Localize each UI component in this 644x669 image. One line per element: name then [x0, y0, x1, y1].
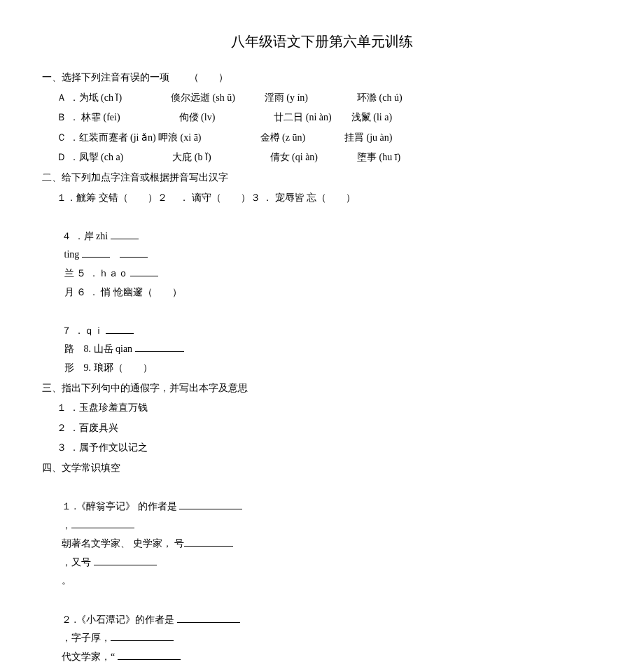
q3-item3: ３ ．属予作文以记之 [42, 439, 602, 458]
blank [135, 341, 184, 352]
blank [130, 266, 158, 276]
q2-line4: ４ ．岸 zhi ting 兰 ５ ．ｈａｏ 月 ６ ． 悄 怆幽邃（ ） [42, 209, 602, 302]
q3-heading: 三、指出下列句中的通假字，并写出本字及意思 [42, 379, 602, 398]
q4-l1a: １ .《醉翁亭记》 的作者是 [62, 501, 179, 512]
q1-opt-b: Ｂ ． 林霏 (fei) 佝偻 (lv) 廿二日 (ni àn) 浅鬣 (li … [42, 108, 602, 127]
q4-l1e: 。 [62, 575, 71, 586]
q4-l2a: ２ .《小石潭记》的作者是 [62, 614, 177, 625]
blank [71, 518, 134, 528]
q2-l4c: 兰 ５ ．ｈａｏ [62, 268, 130, 279]
page-title: 八年级语文下册第六单元训练 [42, 28, 602, 55]
q1-opt-c: Ｃ ．红装而蹇者 (ji ǎn) 呷浪 (xi ā) 金樽 (z ūn) 挂罥 … [42, 129, 602, 148]
blank [120, 247, 148, 258]
blank [111, 631, 174, 641]
q2-l7b: 路 8. 山岳 qian [62, 344, 135, 354]
q3-item2: ２ ．百废具兴 [42, 419, 602, 438]
q2-heading: 二、给下列加点字注音或根据拼音写出汉字 [42, 169, 602, 188]
blank [111, 229, 139, 239]
blank [118, 649, 181, 660]
q2-line7: ７ ．ｑｉ 路 8. 山岳 qian 形 9. 琅琊（ ） [42, 303, 602, 377]
q1-heading: 一、选择下列注音有误的一项 （ ） [42, 69, 602, 87]
q1-opt-a: Ａ ．为坻 (ch ǐ) 倏尔远逝 (sh ū) 淫雨 (y ín) 环滁 (c… [42, 89, 602, 108]
q2-l7c: 形 9. 琅琊（ ） [62, 362, 153, 373]
q4-line1: １ .《醉翁亭记》 的作者是 ， 朝著名文学家、 史学家， 号 ，又号 。 [42, 479, 602, 591]
q4-l2b: ，字子厚， [62, 633, 111, 643]
q4-l1c: 朝著名文学家、 史学家， 号 [62, 538, 184, 549]
blank [177, 612, 240, 623]
q4-heading: 四、文学常识填空 [42, 459, 602, 478]
blank [184, 536, 233, 547]
q2-line1: １．觥筹 交错（ ）２ ． 谪守（ ）３ ． 宠辱皆 忘（ ） [42, 189, 602, 208]
q4-line2: ２ .《小石潭记》的作者是 ，字子厚， 代文学家，“ ” 之一。 [42, 592, 602, 669]
blank [82, 247, 110, 258]
blank [179, 499, 242, 509]
blank [106, 323, 134, 334]
q2-l4a: ４ ．岸 zhi [62, 231, 111, 241]
q3-item1: １ ．玉盘珍羞直万钱 [42, 399, 602, 418]
q1-opt-d: Ｄ ．凤掣 (ch a) 大庇 (b ǐ) 倩女 (qi àn) 堕事 (hu … [42, 148, 602, 167]
q2-l4d: 月 ６ ． 悄 怆幽邃（ ） [62, 287, 182, 297]
q2-l7a: ７ ．ｑｉ [62, 325, 106, 336]
q2-l4b: ting [62, 249, 82, 260]
q4-l2c: 代文学家，“ [62, 652, 118, 662]
blank [94, 555, 157, 565]
q4-l1b: ， [62, 520, 71, 530]
q4-l1d: ，又号 [62, 557, 94, 568]
